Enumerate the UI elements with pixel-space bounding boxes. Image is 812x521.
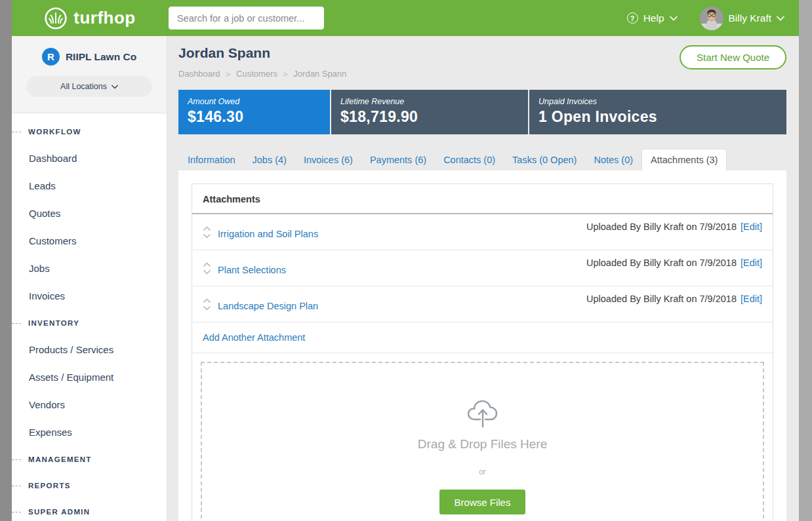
top-right-controls: ? Help bbox=[627, 7, 799, 30]
main-content: Jordan Spann Dashboard > Customers > Jor… bbox=[167, 36, 799, 521]
chevron-down-icon bbox=[777, 16, 784, 21]
sidebar: R RIIPL Lawn Co All Locations WORKFLOW bbox=[12, 36, 167, 521]
location-selector-label: All Locations bbox=[60, 82, 107, 91]
reorder-handle[interactable] bbox=[203, 226, 211, 239]
nav-section-inventory[interactable]: INVENTORY bbox=[12, 310, 167, 336]
browse-files-button[interactable]: Browse Files bbox=[439, 490, 525, 514]
section-dash-icon bbox=[12, 323, 21, 324]
breadcrumb-separator: > bbox=[226, 70, 230, 78]
chevron-up-icon bbox=[203, 262, 211, 267]
location-selector[interactable]: All Locations bbox=[26, 76, 152, 97]
attachment-link[interactable]: Landscape Design Plan bbox=[218, 301, 318, 311]
stats-bar: Amount Owed $146.30 Lifetime Revenue $18… bbox=[178, 90, 786, 134]
company-name: RIIPL Lawn Co bbox=[66, 51, 136, 63]
cloud-upload-icon bbox=[464, 397, 501, 429]
sidebar-item-invoices[interactable]: Invoices bbox=[12, 282, 167, 310]
file-dropzone[interactable]: Drag & Drop Files Here or Browse Files bbox=[201, 362, 764, 521]
sidebar-item-quotes[interactable]: Quotes bbox=[12, 200, 167, 227]
chevron-down-icon bbox=[203, 233, 211, 239]
section-dash-icon bbox=[12, 512, 21, 512]
tab-payments[interactable]: Payments (6) bbox=[361, 149, 435, 170]
section-dash-icon bbox=[12, 132, 21, 132]
grass-logo-icon bbox=[43, 6, 68, 31]
tab-invoices[interactable]: Invoices (6) bbox=[295, 149, 361, 170]
attachment-row: Landscape Design Plan Uploaded By Billy … bbox=[192, 286, 773, 322]
breadcrumb-dashboard[interactable]: Dashboard bbox=[178, 69, 220, 79]
breadcrumb-customers[interactable]: Customers bbox=[236, 69, 277, 79]
nav-section-management[interactable]: MANAGEMENT bbox=[12, 446, 167, 473]
attachment-row: Irrigation and Soil Plans Uploaded By Bi… bbox=[192, 214, 773, 250]
attachment-meta: Uploaded By Billy Kraft on 7/9/2018[Edit… bbox=[586, 294, 762, 304]
tab-content-panel: Attachments Irrigation and Soil Plans Up… bbox=[178, 170, 786, 521]
attachment-meta: Uploaded By Billy Kraft on 7/9/2018[Edit… bbox=[586, 222, 762, 232]
attachment-row: Plant Selections Uploaded By Billy Kraft… bbox=[192, 250, 773, 286]
help-icon: ? bbox=[627, 12, 638, 24]
sidebar-item-products-services[interactable]: Products / Services bbox=[12, 336, 167, 364]
reorder-handle[interactable] bbox=[203, 262, 211, 275]
sidebar-item-vendors[interactable]: Vendors bbox=[12, 391, 167, 419]
sidebar-item-leads[interactable]: Leads bbox=[12, 172, 167, 200]
search-input[interactable] bbox=[169, 7, 324, 29]
company-block: R RIIPL Lawn Co All Locations bbox=[12, 36, 167, 113]
tab-bar: Information Jobs (4) Invoices (6) Paymen… bbox=[178, 149, 786, 170]
section-dash-icon bbox=[12, 459, 21, 460]
start-new-quote-button[interactable]: Start New Quote bbox=[680, 45, 786, 69]
chevron-down-icon bbox=[203, 269, 211, 275]
user-menu[interactable]: Billy Kraft bbox=[700, 7, 784, 30]
left-edge-strip bbox=[0, 0, 12, 521]
nav-section-super-admin[interactable]: SUPER ADMIN bbox=[12, 499, 167, 521]
section-dash-icon bbox=[12, 486, 21, 486]
add-attachment-row: Add Another Attachment bbox=[192, 322, 773, 353]
chevron-down-icon bbox=[670, 16, 678, 21]
page-title: Jordan Spann bbox=[178, 45, 346, 61]
brand-logo[interactable]: turfhop bbox=[12, 6, 167, 31]
company-logo: R bbox=[42, 48, 60, 66]
chevron-up-icon bbox=[203, 226, 211, 231]
tab-notes[interactable]: Notes (0) bbox=[585, 149, 641, 170]
chevron-up-icon bbox=[203, 298, 211, 303]
stat-lifetime-revenue: Lifetime Revenue $18,719.90 bbox=[331, 90, 528, 134]
sidebar-item-customers[interactable]: Customers bbox=[12, 227, 167, 255]
sidebar-item-assets-equipment[interactable]: Assets / Equipment bbox=[12, 364, 167, 391]
sidebar-item-expenses[interactable]: Expenses bbox=[12, 419, 167, 446]
attachment-meta: Uploaded By Billy Kraft on 7/9/2018[Edit… bbox=[586, 258, 762, 268]
user-name: Billy Kraft bbox=[729, 12, 771, 24]
chevron-down-icon bbox=[112, 85, 118, 89]
breadcrumb-current: Jordan Spann bbox=[293, 69, 346, 79]
nav-section-reports[interactable]: REPORTS bbox=[12, 473, 167, 499]
attachments-card-title: Attachments bbox=[192, 184, 773, 214]
stat-unpaid-invoices: Unpaid Invoices 1 Open Invoices bbox=[529, 90, 786, 134]
attachments-card: Attachments Irrigation and Soil Plans Up… bbox=[192, 183, 773, 521]
nav-section-workflow[interactable]: WORKFLOW bbox=[12, 119, 167, 145]
edit-attachment-link[interactable]: [Edit] bbox=[741, 222, 762, 232]
breadcrumb-separator: > bbox=[283, 70, 287, 78]
tab-contacts[interactable]: Contacts (0) bbox=[435, 149, 504, 170]
breadcrumb: Dashboard > Customers > Jordan Spann bbox=[178, 69, 346, 79]
tab-jobs[interactable]: Jobs (4) bbox=[244, 149, 295, 170]
right-edge-strip bbox=[799, 0, 812, 521]
dropzone-container: Drag & Drop Files Here or Browse Files bbox=[192, 353, 773, 521]
tab-attachments[interactable]: Attachments (3) bbox=[641, 149, 727, 171]
stat-amount-owed: Amount Owed $146.30 bbox=[178, 90, 330, 134]
top-bar: turfhop ? Help bbox=[12, 0, 799, 36]
page-header: Jordan Spann Dashboard > Customers > Jor… bbox=[178, 45, 786, 79]
attachment-link[interactable]: Plant Selections bbox=[218, 265, 286, 275]
screen: turfhop ? Help bbox=[0, 0, 812, 521]
tab-information[interactable]: Information bbox=[179, 149, 244, 170]
brand-name: turfhop bbox=[73, 8, 135, 28]
attachment-link[interactable]: Irrigation and Soil Plans bbox=[218, 229, 318, 239]
edit-attachment-link[interactable]: [Edit] bbox=[741, 258, 762, 268]
dropzone-or-label: or bbox=[479, 467, 486, 476]
help-menu[interactable]: ? Help bbox=[627, 12, 678, 24]
sidebar-nav: WORKFLOW Dashboard Leads Quotes Customer… bbox=[12, 113, 167, 521]
reorder-handle[interactable] bbox=[203, 298, 211, 311]
chevron-down-icon bbox=[203, 305, 211, 311]
tab-tasks[interactable]: Tasks (0 Open) bbox=[504, 149, 585, 170]
avatar bbox=[700, 7, 723, 30]
sidebar-item-jobs[interactable]: Jobs bbox=[12, 255, 167, 282]
app-window: turfhop ? Help bbox=[12, 0, 799, 521]
company-identity: R RIIPL Lawn Co bbox=[21, 48, 157, 66]
sidebar-item-dashboard[interactable]: Dashboard bbox=[12, 145, 167, 172]
add-another-attachment-link[interactable]: Add Another Attachment bbox=[203, 332, 305, 343]
edit-attachment-link[interactable]: [Edit] bbox=[741, 294, 762, 304]
